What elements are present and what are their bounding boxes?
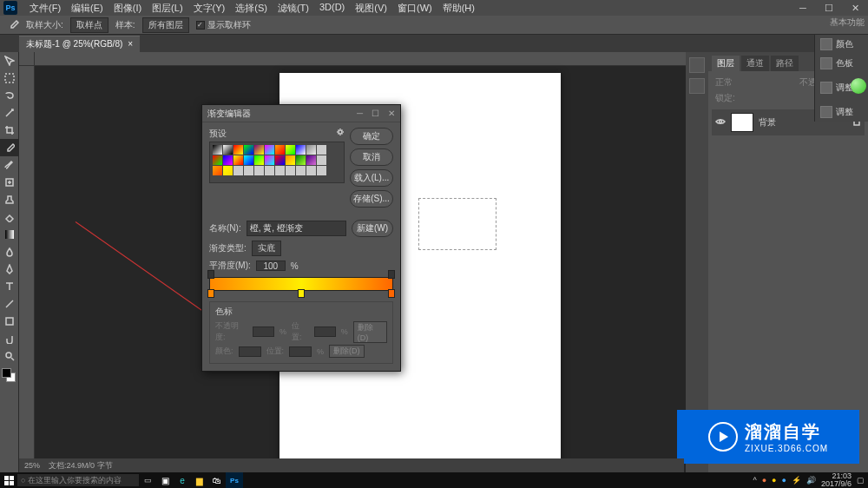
volume-icon[interactable]: 🔊: [806, 476, 816, 485]
tray-icon[interactable]: ●: [762, 476, 766, 485]
maximize-icon[interactable]: ☐: [816, 0, 842, 16]
gradient-tool[interactable]: [0, 226, 19, 243]
gradient-bar[interactable]: [209, 277, 393, 291]
cancel-button[interactable]: 取消: [350, 148, 393, 166]
type-tool[interactable]: [0, 278, 19, 295]
menu-item[interactable]: 视图(V): [350, 2, 392, 15]
menu-item[interactable]: 滤镜(T): [273, 2, 314, 15]
dialog-minimize-icon[interactable]: ─: [357, 109, 363, 118]
preset-swatch[interactable]: [254, 166, 264, 175]
position-input[interactable]: [289, 346, 312, 357]
preset-swatch[interactable]: [223, 166, 233, 175]
panel-icon[interactable]: [689, 78, 705, 94]
preset-swatch[interactable]: [213, 166, 222, 175]
zoom-level[interactable]: 25%: [24, 461, 40, 470]
new-button[interactable]: 新建(W): [352, 220, 393, 237]
presets-gear-icon[interactable]: [336, 128, 345, 140]
menu-item[interactable]: 文字(Y): [188, 2, 231, 15]
color-stop[interactable]: [298, 289, 305, 298]
preset-swatch[interactable]: [317, 166, 326, 175]
preset-swatch[interactable]: [286, 166, 295, 175]
preset-swatch[interactable]: [306, 145, 316, 155]
start-button[interactable]: [0, 472, 17, 488]
edge-icon[interactable]: e: [174, 472, 191, 488]
load-button[interactable]: 载入(L)...: [350, 169, 393, 187]
strip-swatches[interactable]: 色板: [815, 54, 868, 73]
preset-swatch[interactable]: [317, 155, 326, 165]
menu-item[interactable]: 文件(F): [24, 2, 66, 15]
tab-paths[interactable]: 路径: [771, 56, 799, 71]
panel-icon[interactable]: [689, 57, 705, 73]
preset-swatch[interactable]: [296, 166, 306, 175]
color-swatches[interactable]: [2, 368, 16, 382]
dialog-titlebar[interactable]: 渐变编辑器 ─ ☐ ✕: [202, 105, 400, 122]
preset-swatch[interactable]: [286, 155, 295, 165]
ok-button[interactable]: 确定: [350, 128, 393, 145]
notifications-icon[interactable]: ▢: [857, 476, 865, 485]
preset-swatch[interactable]: [275, 145, 285, 155]
tray-icon[interactable]: ●: [782, 476, 786, 485]
menu-item[interactable]: 帮助(H): [437, 2, 480, 15]
preset-swatch[interactable]: [213, 155, 222, 165]
explorer-icon[interactable]: ▆: [191, 472, 208, 488]
workspace-switcher[interactable]: 基本功能: [830, 16, 865, 29]
preset-swatch[interactable]: [306, 166, 316, 175]
zoom-tool[interactable]: [0, 347, 19, 365]
store-icon[interactable]: 🛍: [208, 472, 226, 488]
tray-icon[interactable]: ●: [772, 476, 776, 485]
healing-tool[interactable]: [0, 174, 19, 191]
shape-tool[interactable]: [0, 313, 19, 330]
preset-swatch[interactable]: [244, 145, 253, 155]
menu-item[interactable]: 3D(D): [314, 2, 350, 15]
eyedropper-icon[interactable]: [7, 18, 19, 32]
task-view-icon[interactable]: ▭: [139, 472, 156, 488]
tray-chevron-icon[interactable]: ^: [753, 476, 756, 485]
preset-swatch[interactable]: [233, 155, 243, 165]
preset-swatch[interactable]: [254, 145, 264, 155]
stamp-tool[interactable]: [0, 191, 19, 208]
color-stop[interactable]: [388, 289, 395, 298]
eyedropper-tool[interactable]: [0, 139, 19, 156]
clock-date[interactable]: 2017/9/6: [821, 480, 852, 488]
preset-swatch[interactable]: [306, 155, 316, 165]
preset-swatch[interactable]: [223, 155, 233, 165]
path-tool[interactable]: [0, 295, 19, 313]
menu-item[interactable]: 窗口(W): [392, 2, 437, 15]
lasso-tool[interactable]: [0, 87, 19, 104]
opacity-stop[interactable]: [388, 270, 395, 279]
close-icon[interactable]: ✕: [842, 0, 868, 16]
menu-item[interactable]: 图层(L): [147, 2, 187, 15]
preset-swatch[interactable]: [233, 166, 243, 175]
preset-swatch[interactable]: [296, 145, 306, 155]
strip-adjust2[interactable]: 调整: [815, 102, 868, 122]
sample-size-dropdown[interactable]: 取样点: [70, 17, 108, 33]
opacity-stop[interactable]: [207, 270, 214, 279]
move-tool[interactable]: [0, 52, 19, 69]
visibility-icon[interactable]: [715, 116, 726, 129]
photoshop-taskbar-icon[interactable]: Ps: [226, 472, 243, 488]
color-swatch-input[interactable]: [239, 346, 261, 357]
preset-swatch[interactable]: [275, 155, 285, 165]
color-stop[interactable]: [207, 289, 214, 298]
strip-color[interactable]: 颜色: [815, 35, 868, 54]
minimize-icon[interactable]: ─: [790, 0, 816, 16]
brush-tool[interactable]: [0, 156, 19, 174]
taskbar-search[interactable]: ○ 在这里输入你要搜索的内容: [17, 474, 139, 486]
show-ring-checkbox[interactable]: ✓ 显示取样环: [196, 19, 251, 31]
preset-grid[interactable]: [209, 142, 345, 183]
taskbar-app-icon[interactable]: ▣: [156, 472, 174, 488]
marquee-tool[interactable]: [0, 69, 19, 87]
save-button[interactable]: 存储(S)...: [350, 190, 393, 208]
preset-swatch[interactable]: [317, 145, 326, 155]
hand-tool[interactable]: [0, 330, 19, 347]
blur-tool[interactable]: [0, 243, 19, 260]
preset-swatch[interactable]: [223, 145, 233, 155]
tab-channels[interactable]: 通道: [741, 56, 769, 71]
preset-swatch[interactable]: [213, 145, 222, 155]
preset-swatch[interactable]: [265, 145, 274, 155]
menu-item[interactable]: 选择(S): [230, 2, 273, 15]
gradient-name-input[interactable]: 橙, 黄, 橙渐变: [247, 221, 346, 236]
blend-mode-dropdown[interactable]: 正常: [715, 76, 733, 89]
delete-stop-button[interactable]: 删除(D): [353, 321, 387, 343]
pen-tool[interactable]: [0, 260, 19, 278]
